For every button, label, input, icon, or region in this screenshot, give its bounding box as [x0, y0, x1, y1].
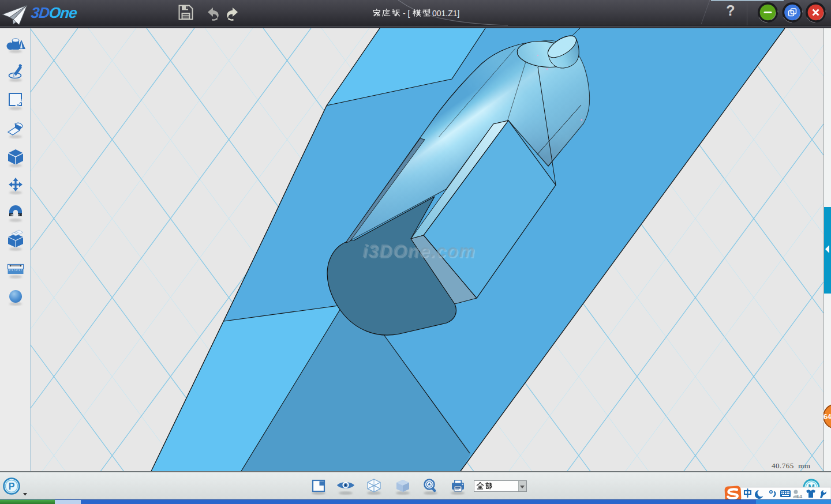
svg-text:i3DOne.com: i3DOne.com [362, 241, 476, 261]
svg-text:P: P [9, 482, 15, 491]
svg-text:001.Z1]: 001.Z1] [432, 9, 459, 18]
svg-text:14: 14 [796, 494, 802, 499]
svg-text:- [: - [ [403, 9, 410, 18]
svg-text:40.765 mm: 40.765 mm [772, 461, 810, 470]
svg-text:64: 64 [823, 413, 831, 421]
